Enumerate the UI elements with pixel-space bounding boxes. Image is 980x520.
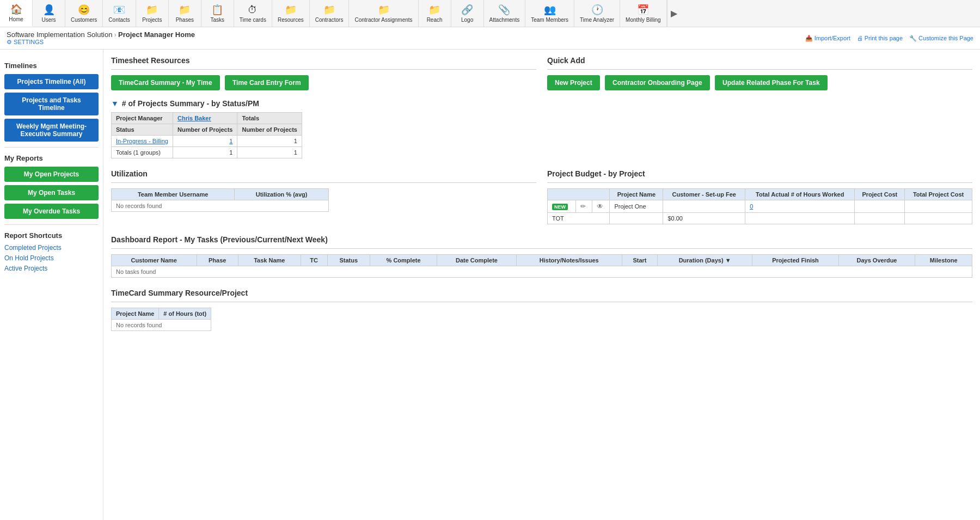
actual-hours-link[interactable]: 0 xyxy=(750,203,753,210)
budget-total-project-cost-cell xyxy=(905,200,972,213)
btn-overdue-tasks[interactable]: My Overdue Tasks xyxy=(4,204,99,219)
btn-timecard-summary[interactable]: TimeCard Summary - My Time xyxy=(111,75,220,90)
budget-tot-hours xyxy=(745,213,855,224)
customers-icon: 😊 xyxy=(78,4,90,16)
budget-tot-total xyxy=(905,213,972,224)
nav-item-phases[interactable]: 📁 Phases xyxy=(169,0,201,27)
customize-icon: 🔧 xyxy=(909,35,917,42)
project-budget-section: Project Budget - by Project Project Name… xyxy=(547,169,972,224)
budget-setup-fee-cell xyxy=(663,200,745,213)
count-pm-link[interactable]: 1 xyxy=(229,138,232,144)
budget-eye-cell: 👁 xyxy=(592,200,610,213)
customize-action[interactable]: 🔧 Customize this Page xyxy=(909,35,973,42)
totals-total-cell: 1 xyxy=(237,147,302,158)
reach-icon: 📁 xyxy=(428,4,440,16)
app-name: Software Implementation Solution xyxy=(7,30,112,39)
nav-item-attachments[interactable]: 📎 Attachments xyxy=(484,0,526,27)
timecard-summary-section: TimeCard Summary Resource/Project Projec… xyxy=(111,289,972,331)
nav-label-time-analyzer: Time Analyzer xyxy=(580,17,614,23)
nav-item-team-members[interactable]: 👥 Team Members xyxy=(525,0,574,27)
budget-row-1: NEW ✏ 👁 Project One 0 xyxy=(548,200,972,213)
tc-no-records-row: No records found xyxy=(112,320,211,331)
link-active-projects[interactable]: Active Projects xyxy=(4,265,99,272)
budget-project-name-cell: Project One xyxy=(610,200,663,213)
budget-tot-label: TOT xyxy=(548,213,610,224)
project-budget-divider xyxy=(547,182,972,183)
col-num-projects-pm: Number of Projects xyxy=(173,124,237,136)
dt-no-records-row: No tasks found xyxy=(112,266,972,278)
print-action[interactable]: 🖨 Print this page xyxy=(857,35,903,41)
projects-summary-title: # of Projects Summary - by Status/PM xyxy=(122,99,259,108)
collapse-arrow[interactable]: ▼ xyxy=(111,99,119,108)
budget-edit-cell: ✏ xyxy=(575,200,592,213)
util-no-records-row: No records found xyxy=(112,200,329,212)
import-export-action[interactable]: 📥 Import/Export xyxy=(805,35,850,42)
nav-item-users[interactable]: 👤 Users xyxy=(33,0,65,27)
nav-item-customers[interactable]: 😊 Customers xyxy=(65,0,103,27)
monthly-billing-icon: 📅 xyxy=(637,4,649,16)
btn-tasks-timeline[interactable]: Projects and Tasks Timeline xyxy=(4,93,99,115)
status-cell[interactable]: In-Progress - Billing xyxy=(112,136,173,147)
nav-item-home[interactable]: 🏠 Home xyxy=(0,0,33,27)
nav-item-tasks[interactable]: 📋 Tasks xyxy=(201,0,234,27)
link-completed-projects[interactable]: Completed Projects xyxy=(4,244,99,252)
btn-update-phase[interactable]: Update Related Phase For Task xyxy=(715,75,828,90)
projects-icon: 📁 xyxy=(146,4,158,16)
nav-item-contractors[interactable]: 📁 Contractors xyxy=(310,0,350,27)
projects-summary-table: Project Manager Chris Baker Totals Statu… xyxy=(111,112,302,158)
dashboard-tasks-section: Dashboard Report - My Tasks (Previous/Cu… xyxy=(111,235,972,278)
breadcrumb-left: Software Implementation Solution › Proje… xyxy=(7,30,195,46)
quick-add-title: Quick Add xyxy=(547,56,972,65)
util-col-util: Utilization % (avg) xyxy=(235,189,329,200)
contractor-assignments-icon: 📁 xyxy=(378,4,390,16)
budget-totals-row: TOT $0.00 xyxy=(548,213,972,224)
nav-item-logo[interactable]: 🔗 Logo xyxy=(451,0,484,27)
btn-timeline-all[interactable]: Projects Timeline (All) xyxy=(4,74,99,89)
phases-icon: 📁 xyxy=(179,4,191,16)
col-status: Status xyxy=(112,124,173,136)
nav-item-resources[interactable]: 📁 Resources xyxy=(272,0,310,27)
nav-item-reach[interactable]: 📁 Reach xyxy=(419,0,451,27)
btn-open-projects[interactable]: My Open Projects xyxy=(4,167,99,182)
nav-item-time-analyzer[interactable]: 🕐 Time Analyzer xyxy=(574,0,620,27)
shortcuts-section-title: Report Shortcuts xyxy=(4,231,99,240)
util-no-records: No records found xyxy=(112,200,329,212)
totals-pm-cell: 1 xyxy=(173,147,237,158)
projects-summary-section: ▼ # of Projects Summary - by Status/PM P… xyxy=(111,99,972,158)
nav-item-timecards[interactable]: ⏱ Time cards xyxy=(234,0,272,27)
btn-open-tasks[interactable]: My Open Tasks xyxy=(4,185,99,200)
totals-label-cell: Totals (1 groups) xyxy=(112,147,173,158)
summary-row-1: In-Progress - Billing 1 1 xyxy=(112,136,302,147)
pm-name-link[interactable]: Chris Baker xyxy=(177,115,211,121)
users-icon: 👤 xyxy=(43,4,55,16)
tc-col-hours: # of Hours (tot) xyxy=(159,308,211,320)
breadcrumb-group: Software Implementation Solution › Proje… xyxy=(7,30,195,46)
btn-weekly-summary[interactable]: Weekly Mgmt Meeting- Executive Summary xyxy=(4,119,99,142)
nav-item-contacts[interactable]: 📧 Contacts xyxy=(103,0,136,27)
summary-header-row: ▼ # of Projects Summary - by Status/PM xyxy=(111,99,972,108)
edit-icon[interactable]: ✏ xyxy=(580,203,586,210)
nav-label-attachments: Attachments xyxy=(489,17,520,23)
tc-no-records: No records found xyxy=(112,320,211,331)
nav-label-home: Home xyxy=(9,16,23,22)
eye-icon[interactable]: 👁 xyxy=(597,203,603,210)
btn-contractor-onboarding[interactable]: Contractor Onboarding Page xyxy=(605,75,710,90)
nav-arrow-right[interactable]: ▶ xyxy=(667,0,681,27)
btn-time-card-entry[interactable]: Time Card Entry Form xyxy=(225,75,309,90)
sort-arrow-icon[interactable]: ▼ xyxy=(725,257,731,264)
nav-item-projects[interactable]: 📁 Projects xyxy=(136,0,169,27)
settings-link[interactable]: ⚙ SETTINGS xyxy=(7,39,195,46)
utilization-table: Team Member Username Utilization % (avg)… xyxy=(111,188,329,212)
budget-col-project-cost: Project Cost xyxy=(855,189,905,200)
budget-project-cost-cell xyxy=(855,200,905,213)
btn-new-project[interactable]: New Project xyxy=(547,75,600,90)
nav-item-monthly-billing[interactable]: 📅 Monthly Billing xyxy=(620,0,666,27)
timesheet-resources-title: Timesheet Resources xyxy=(111,56,536,65)
col-totals: Totals xyxy=(237,113,302,124)
budget-col-project-name: Project Name xyxy=(610,189,663,200)
dt-col-duration: Duration (Days) ▼ xyxy=(657,255,752,266)
nav-item-contractor-assignments[interactable]: 📁 Contractor Assignments xyxy=(349,0,418,27)
reports-section-title: My Reports xyxy=(4,154,99,162)
count-total-cell: 1 xyxy=(237,136,302,147)
link-on-hold-projects[interactable]: On Hold Projects xyxy=(4,254,99,262)
